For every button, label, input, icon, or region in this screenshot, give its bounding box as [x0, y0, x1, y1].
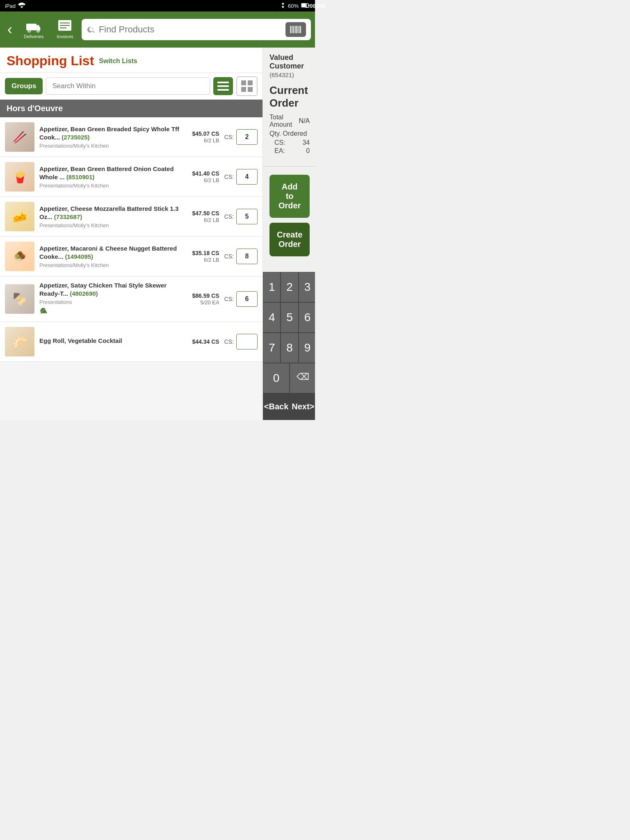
qty-label: CS: [224, 296, 234, 302]
product-thumbnail: 🥢 [5, 122, 34, 152]
product-info: Appetizer, Bean Green Battered Onion Coa… [39, 165, 182, 189]
group-header: Hors d'Oeuvre [0, 100, 262, 117]
shopping-list-title: Shopping List [7, 53, 94, 68]
product-id: (2735025) [62, 134, 89, 141]
total-amount-value: N/A [299, 117, 310, 125]
qty-input[interactable] [236, 334, 258, 349]
invoices-icon [57, 20, 72, 32]
numpad-9[interactable]: 9 [299, 333, 315, 363]
product-unit: 6/2 LB [204, 217, 219, 223]
nav-bar: ‹ Deliveries Invoices [0, 11, 315, 48]
svg-rect-21 [217, 82, 229, 83]
product-price: $45.07 CS6/2 LB [187, 130, 219, 144]
product-qty: CS: [224, 249, 258, 264]
truck-icon [26, 20, 41, 32]
svg-rect-12 [290, 26, 291, 33]
qty-label: CS: [224, 173, 234, 180]
total-amount-row: Total Amount N/A [269, 114, 310, 128]
numpad-6[interactable]: 6 [299, 302, 315, 333]
numpad-4[interactable]: 4 [263, 302, 281, 333]
product-name: Appetizer, Cheese Mozzarella Battered St… [39, 205, 182, 221]
product-brand: Presentations/Molly's Kitchen [39, 222, 182, 228]
barcode-icon [290, 25, 302, 34]
product-item: 🍟Appetizer, Bean Green Battered Onion Co… [0, 157, 262, 197]
product-price: $86.59 CS5/20 EA [187, 292, 219, 306]
create-order-button[interactable]: Create Order [269, 223, 310, 256]
product-name: Appetizer, Bean Green Battered Onion Coa… [39, 165, 182, 181]
wifi-icon [18, 2, 25, 9]
product-thumbnail: 🧆 [5, 242, 34, 271]
qty-label: CS: [224, 253, 234, 260]
numpad-7[interactable]: 7 [263, 333, 281, 363]
numpad-5[interactable]: 5 [281, 302, 298, 333]
svg-point-5 [29, 30, 30, 32]
search-within-bar: Groups [0, 73, 262, 100]
product-qty: CS: [224, 291, 258, 307]
grid-view-button[interactable] [236, 76, 258, 96]
product-name: Appetizer, Macaroni & Cheese Nugget Batt… [39, 244, 182, 260]
product-price: $35.18 CS6/2 LB [187, 250, 219, 263]
qty-input[interactable] [236, 169, 258, 185]
list-header: Shopping List Switch Lists [0, 48, 262, 73]
product-id: (7332687) [54, 213, 82, 220]
product-item: 🍢Appetizer, Satay Chicken Thai Style Ske… [0, 276, 262, 322]
product-unit: 6/2 LB [204, 257, 219, 263]
svg-rect-22 [217, 85, 229, 87]
switch-lists-button[interactable]: Switch Lists [99, 57, 137, 65]
numpad: 1 2 3 4 5 6 7 8 9 0 ⌫ <Back Next> [263, 272, 315, 420]
product-price: $44.34 CS [187, 338, 219, 345]
numpad-1[interactable]: 1 [263, 272, 281, 302]
product-price: $47.50 CS6/2 LB [187, 210, 219, 223]
numpad-backspace[interactable]: ⌫ [290, 363, 315, 393]
left-panel: Shopping List Switch Lists Groups [0, 48, 262, 420]
deliveries-button[interactable]: Deliveries [19, 18, 48, 41]
add-to-order-button[interactable]: Add to Order [269, 175, 310, 218]
product-list: 🥢Appetizer, Bean Green Breaded Spicy Who… [0, 117, 262, 420]
find-products-input[interactable] [99, 24, 282, 35]
qty-input[interactable] [236, 249, 258, 264]
qty-label: CS: [224, 134, 234, 140]
product-brand: Presentations/Molly's Kitchen [39, 262, 182, 268]
svg-rect-25 [248, 80, 253, 85]
invoices-button[interactable]: Invoices [52, 18, 78, 41]
search-icon [87, 25, 96, 34]
product-item: 🥟Egg Roll, Vegetable Cocktail $44.34 CSC… [0, 322, 262, 362]
list-view-icon [217, 80, 229, 92]
back-button[interactable]: ‹ [4, 22, 16, 37]
qty-input[interactable] [236, 291, 258, 307]
qty-input[interactable] [236, 129, 258, 145]
status-bar: iPad 1:00 PM 60% [0, 0, 315, 11]
svg-rect-20 [300, 26, 301, 33]
list-view-button[interactable] [213, 77, 233, 95]
product-item: 🥢Appetizer, Bean Green Breaded Spicy Who… [0, 117, 262, 157]
groups-button[interactable]: Groups [5, 78, 43, 94]
product-unit: 6/2 LB [204, 137, 219, 144]
svg-rect-26 [241, 87, 246, 92]
product-item: 🧀Appetizer, Cheese Mozzarella Battered S… [0, 197, 262, 237]
current-order-title: Current Order [269, 84, 310, 110]
product-id: (1494095) [65, 253, 93, 260]
numpad-2[interactable]: 2 [281, 272, 298, 302]
battery-label: 60% [288, 3, 299, 9]
customer-name: Valued Customer [269, 53, 310, 71]
qty-input[interactable] [236, 209, 258, 224]
numpad-8[interactable]: 8 [281, 333, 298, 363]
product-info: Egg Roll, Vegetable Cocktail [39, 337, 182, 347]
numpad-nav-row: <Back Next> [263, 393, 315, 420]
find-products-search[interactable] [82, 19, 311, 40]
invoices-label: Invoices [57, 34, 73, 39]
numpad-next[interactable]: Next> [290, 393, 315, 420]
product-thumbnail: 🍢 [5, 284, 34, 314]
product-brand: Presentations/Molly's Kitchen [39, 183, 182, 189]
numpad-0[interactable]: 0 [263, 363, 290, 393]
numpad-row-3: 7 8 9 [263, 333, 315, 363]
search-within-input[interactable] [46, 78, 210, 95]
numpad-3[interactable]: 3 [299, 272, 315, 302]
barcode-button[interactable] [285, 22, 306, 37]
deliveries-label: Deliveries [24, 34, 43, 39]
numpad-row-1: 1 2 3 [263, 272, 315, 302]
numpad-back[interactable]: <Back [263, 393, 290, 420]
svg-rect-15 [294, 26, 294, 33]
product-unit: 6/2 LB [204, 177, 219, 183]
product-unit: 5/20 EA [200, 299, 219, 306]
